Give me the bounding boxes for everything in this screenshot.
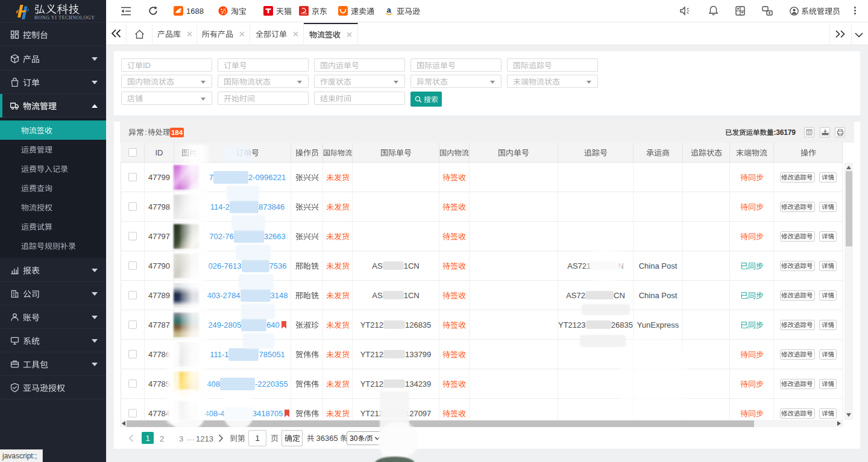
svg-text:JD.COM: JD.COM	[301, 13, 307, 15]
svg-text:a: a	[386, 6, 391, 14]
